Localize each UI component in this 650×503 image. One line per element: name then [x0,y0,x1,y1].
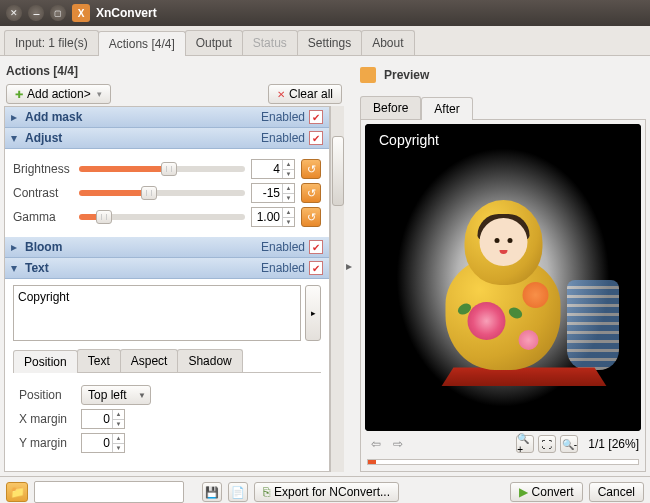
preview-image: Copyright [365,124,641,431]
close-window-button[interactable]: ✕ [6,5,22,21]
action-text-name: Text [25,261,261,275]
spin-down-icon[interactable]: ▼ [282,194,294,203]
main-tabs: Input: 1 file(s) Actions [4/4] Output St… [0,26,650,56]
tab-input[interactable]: Input: 1 file(s) [4,30,99,55]
subtab-aspect[interactable]: Aspect [120,349,179,372]
contrast-spinner[interactable]: ▲▼ [251,183,295,203]
convert-button[interactable]: ▶Convert [510,482,583,502]
maximize-window-button[interactable]: ▢ [50,5,66,21]
expand-preview-handle[interactable]: ▸ [344,60,354,472]
prev-image-button[interactable]: ⇦ [367,436,385,452]
spin-up-icon[interactable]: ▲ [112,410,124,420]
action-text-header[interactable]: ▾ Text Enabled ✔ [5,258,329,279]
spin-up-icon[interactable]: ▲ [282,160,294,170]
enabled-label: Enabled [261,131,305,145]
zoom-fit-button[interactable]: ⛶ [538,435,556,453]
brightness-spinner[interactable]: ▲▼ [251,159,295,179]
gamma-reset-button[interactable]: ↺ [301,207,321,227]
spin-up-icon[interactable]: ▲ [282,184,294,194]
position-value: Top left [88,388,127,402]
spin-up-icon[interactable]: ▲ [282,208,294,218]
cancel-button[interactable]: Cancel [589,482,644,502]
app-icon: X [72,4,90,22]
text-insert-button[interactable]: ▸ [305,285,321,341]
position-label: Position [19,388,75,402]
tab-about[interactable]: About [361,30,414,55]
preview-watermark: Copyright [379,132,439,148]
position-dropdown[interactable]: Top left [81,385,151,405]
watermark-text-input[interactable]: Copyright [13,285,301,341]
minimize-window-button[interactable]: ‒ [28,5,44,21]
export-nconvert-label: Export for NConvert... [274,485,390,499]
brightness-label: Brightness [13,162,73,176]
ymargin-spinner[interactable]: ▲▼ [81,433,125,453]
preview-progress [367,459,639,465]
chevron-right-icon: ▸ [11,240,21,254]
spin-down-icon[interactable]: ▼ [112,420,124,429]
xmargin-label: X margin [19,412,75,426]
add-action-button[interactable]: Add action> [6,84,111,104]
preview-heading: Preview [384,68,429,82]
action-add-mask-checkbox[interactable]: ✔ [309,110,323,124]
open-folder-button[interactable]: 📁 [6,482,28,502]
enabled-label: Enabled [261,240,305,254]
zoom-in-button[interactable]: 🔍+ [516,435,534,453]
action-adjust-header[interactable]: ▾ Adjust Enabled ✔ [5,128,329,149]
tab-actions[interactable]: Actions [4/4] [98,31,186,56]
action-adjust-body: Brightness ▲▼ ↺ Contrast ▲▼ ↺ Gamma ▲▼ ↺ [5,149,329,237]
spin-down-icon[interactable]: ▼ [282,218,294,227]
tab-output[interactable]: Output [185,30,243,55]
contrast-reset-button[interactable]: ↺ [301,183,321,203]
action-bloom-name: Bloom [25,240,261,254]
brightness-input[interactable] [252,160,282,178]
enabled-label: Enabled [261,110,305,124]
xmargin-spinner[interactable]: ▲▼ [81,409,125,429]
subtab-position[interactable]: Position [13,350,78,373]
xmargin-input[interactable] [82,410,112,428]
add-action-label: Add action> [27,87,91,101]
window-title: XnConvert [96,6,157,20]
zoom-out-button[interactable]: 🔍- [560,435,578,453]
tab-status[interactable]: Status [242,30,298,55]
action-add-mask-name: Add mask [25,110,261,124]
chevron-down-icon: ▾ [11,131,21,145]
spin-down-icon[interactable]: ▼ [112,444,124,453]
output-path-field[interactable] [34,481,184,503]
spin-down-icon[interactable]: ▼ [282,170,294,179]
ymargin-label: Y margin [19,436,75,450]
next-image-button[interactable]: ⇨ [389,436,407,452]
contrast-slider[interactable] [79,190,245,196]
chevron-right-icon: ▸ [11,110,21,124]
preview-tab-before[interactable]: Before [360,96,421,119]
preview-icon [360,67,376,83]
action-adjust-name: Adjust [25,131,261,145]
preview-tab-after[interactable]: After [421,97,472,120]
ymargin-input[interactable] [82,434,112,452]
save-script-button[interactable]: 💾 [202,482,222,502]
contrast-label: Contrast [13,186,73,200]
tab-settings[interactable]: Settings [297,30,362,55]
action-bloom-header[interactable]: ▸ Bloom Enabled ✔ [5,237,329,258]
action-text-body: Copyright ▸ Position Text Aspect Shadow … [5,279,329,471]
subtab-shadow[interactable]: Shadow [177,349,242,372]
gamma-label: Gamma [13,210,73,224]
actions-heading: Actions [4/4] [6,64,342,78]
action-adjust-checkbox[interactable]: ✔ [309,131,323,145]
convert-label: Convert [532,485,574,499]
actions-scrollbar[interactable] [330,106,344,472]
load-script-button[interactable]: 📄 [228,482,248,502]
enabled-label: Enabled [261,261,305,275]
gamma-input[interactable] [252,208,282,226]
action-add-mask-header[interactable]: ▸ Add mask Enabled ✔ [5,107,329,128]
spin-up-icon[interactable]: ▲ [112,434,124,444]
action-text-checkbox[interactable]: ✔ [309,261,323,275]
clear-all-button[interactable]: Clear all [268,84,342,104]
brightness-reset-button[interactable]: ↺ [301,159,321,179]
subtab-text[interactable]: Text [77,349,121,372]
brightness-slider[interactable] [79,166,245,172]
gamma-spinner[interactable]: ▲▼ [251,207,295,227]
action-bloom-checkbox[interactable]: ✔ [309,240,323,254]
contrast-input[interactable] [252,184,282,202]
gamma-slider[interactable] [79,214,245,220]
export-nconvert-button[interactable]: ⎘Export for NConvert... [254,482,399,502]
